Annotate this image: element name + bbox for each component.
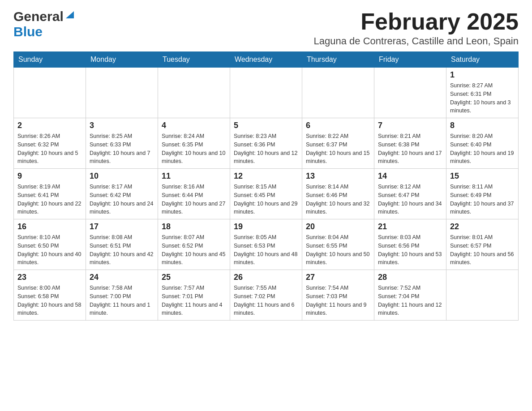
day-info: Sunrise: 8:05 AM Sunset: 6:53 PM Dayligh… xyxy=(234,233,298,267)
day-number: 1 xyxy=(450,70,515,80)
calendar-cell: 7Sunrise: 8:21 AM Sunset: 6:38 PM Daylig… xyxy=(374,118,446,169)
week-row-3: 9Sunrise: 8:19 AM Sunset: 6:41 PM Daylig… xyxy=(14,169,519,219)
col-friday: Friday xyxy=(374,52,446,68)
week-row-1: 1Sunrise: 8:27 AM Sunset: 6:31 PM Daylig… xyxy=(14,68,519,118)
calendar-cell: 27Sunrise: 7:54 AM Sunset: 7:03 PM Dayli… xyxy=(302,270,374,321)
logo-blue-text: Blue xyxy=(13,24,43,39)
day-number: 26 xyxy=(234,273,298,282)
day-info: Sunrise: 8:17 AM Sunset: 6:42 PM Dayligh… xyxy=(90,183,154,216)
day-number: 20 xyxy=(306,222,370,231)
calendar-cell: 24Sunrise: 7:58 AM Sunset: 7:00 PM Dayli… xyxy=(86,270,158,321)
calendar-cell: 16Sunrise: 8:10 AM Sunset: 6:50 PM Dayli… xyxy=(14,219,86,270)
day-number: 13 xyxy=(306,171,370,181)
calendar-cell: 1Sunrise: 8:27 AM Sunset: 6:31 PM Daylig… xyxy=(446,68,519,118)
col-sunday: Sunday xyxy=(14,52,86,68)
col-thursday: Thursday xyxy=(302,52,374,68)
day-number: 24 xyxy=(90,273,154,282)
day-info: Sunrise: 7:55 AM Sunset: 7:02 PM Dayligh… xyxy=(234,284,298,317)
calendar-cell: 21Sunrise: 8:03 AM Sunset: 6:56 PM Dayli… xyxy=(374,219,446,270)
calendar-cell: 6Sunrise: 8:22 AM Sunset: 6:37 PM Daylig… xyxy=(302,118,374,169)
day-number: 11 xyxy=(162,171,226,181)
calendar-cell: 15Sunrise: 8:11 AM Sunset: 6:49 PM Dayli… xyxy=(446,169,519,219)
calendar-cell: 20Sunrise: 8:04 AM Sunset: 6:55 PM Dayli… xyxy=(302,219,374,270)
logo-general-text: General xyxy=(13,9,64,24)
day-info: Sunrise: 8:10 AM Sunset: 6:50 PM Dayligh… xyxy=(17,233,82,267)
week-row-2: 2Sunrise: 8:26 AM Sunset: 6:32 PM Daylig… xyxy=(14,118,519,169)
day-number: 2 xyxy=(17,121,82,130)
day-number: 7 xyxy=(378,121,442,130)
day-number: 9 xyxy=(17,171,82,181)
day-number: 8 xyxy=(450,121,515,130)
svg-marker-0 xyxy=(66,11,74,18)
calendar-cell: 13Sunrise: 8:14 AM Sunset: 6:46 PM Dayli… xyxy=(302,169,374,219)
calendar-cell: 19Sunrise: 8:05 AM Sunset: 6:53 PM Dayli… xyxy=(230,219,302,270)
day-info: Sunrise: 8:21 AM Sunset: 6:38 PM Dayligh… xyxy=(378,132,442,166)
calendar-cell: 10Sunrise: 8:17 AM Sunset: 6:42 PM Dayli… xyxy=(86,169,158,219)
day-info: Sunrise: 8:25 AM Sunset: 6:33 PM Dayligh… xyxy=(90,132,154,166)
day-info: Sunrise: 8:19 AM Sunset: 6:41 PM Dayligh… xyxy=(17,183,82,216)
title-section: February 2025 Laguna de Contreras, Casti… xyxy=(314,9,519,47)
calendar-cell: 23Sunrise: 8:00 AM Sunset: 6:58 PM Dayli… xyxy=(14,270,86,321)
calendar-cell: 25Sunrise: 7:57 AM Sunset: 7:01 PM Dayli… xyxy=(158,270,230,321)
calendar-cell xyxy=(86,68,158,118)
page-header: General Blue February 2025 Laguna de Con… xyxy=(13,9,519,47)
day-info: Sunrise: 7:52 AM Sunset: 7:04 PM Dayligh… xyxy=(378,284,442,317)
calendar-table: Sunday Monday Tuesday Wednesday Thursday… xyxy=(13,51,519,321)
week-row-5: 23Sunrise: 8:00 AM Sunset: 6:58 PM Dayli… xyxy=(14,270,519,321)
col-wednesday: Wednesday xyxy=(230,52,302,68)
day-number: 19 xyxy=(234,222,298,231)
month-title: February 2025 xyxy=(314,9,519,34)
day-number: 10 xyxy=(90,171,154,181)
calendar-header-row: Sunday Monday Tuesday Wednesday Thursday… xyxy=(14,52,519,68)
day-number: 4 xyxy=(162,121,226,130)
day-number: 16 xyxy=(17,222,82,231)
day-number: 23 xyxy=(17,273,82,282)
day-info: Sunrise: 7:54 AM Sunset: 7:03 PM Dayligh… xyxy=(306,284,370,317)
day-number: 14 xyxy=(378,171,442,181)
day-number: 15 xyxy=(450,171,515,181)
calendar-cell xyxy=(14,68,86,118)
day-info: Sunrise: 8:03 AM Sunset: 6:56 PM Dayligh… xyxy=(378,233,442,267)
day-info: Sunrise: 8:00 AM Sunset: 6:58 PM Dayligh… xyxy=(17,284,82,317)
logo: General Blue xyxy=(13,9,75,39)
week-row-4: 16Sunrise: 8:10 AM Sunset: 6:50 PM Dayli… xyxy=(14,219,519,270)
day-info: Sunrise: 8:20 AM Sunset: 6:40 PM Dayligh… xyxy=(450,132,515,166)
calendar-cell xyxy=(302,68,374,118)
day-info: Sunrise: 8:24 AM Sunset: 6:35 PM Dayligh… xyxy=(162,132,226,166)
day-info: Sunrise: 8:23 AM Sunset: 6:36 PM Dayligh… xyxy=(234,132,298,166)
day-info: Sunrise: 8:04 AM Sunset: 6:55 PM Dayligh… xyxy=(306,233,370,267)
day-number: 6 xyxy=(306,121,370,130)
day-info: Sunrise: 8:15 AM Sunset: 6:45 PM Dayligh… xyxy=(234,183,298,216)
location-subtitle: Laguna de Contreras, Castille and Leon, … xyxy=(314,35,519,47)
calendar-cell: 12Sunrise: 8:15 AM Sunset: 6:45 PM Dayli… xyxy=(230,169,302,219)
day-info: Sunrise: 8:07 AM Sunset: 6:52 PM Dayligh… xyxy=(162,233,226,267)
day-number: 25 xyxy=(162,273,226,282)
calendar-cell: 18Sunrise: 8:07 AM Sunset: 6:52 PM Dayli… xyxy=(158,219,230,270)
day-number: 3 xyxy=(90,121,154,130)
calendar-cell xyxy=(230,68,302,118)
calendar-cell: 4Sunrise: 8:24 AM Sunset: 6:35 PM Daylig… xyxy=(158,118,230,169)
calendar-cell: 2Sunrise: 8:26 AM Sunset: 6:32 PM Daylig… xyxy=(14,118,86,169)
day-info: Sunrise: 8:11 AM Sunset: 6:49 PM Dayligh… xyxy=(450,183,515,216)
day-info: Sunrise: 8:08 AM Sunset: 6:51 PM Dayligh… xyxy=(90,233,154,267)
calendar-cell xyxy=(446,270,519,321)
col-saturday: Saturday xyxy=(446,52,519,68)
calendar-cell: 5Sunrise: 8:23 AM Sunset: 6:36 PM Daylig… xyxy=(230,118,302,169)
day-number: 27 xyxy=(306,273,370,282)
col-monday: Monday xyxy=(86,52,158,68)
day-info: Sunrise: 8:16 AM Sunset: 6:44 PM Dayligh… xyxy=(162,183,226,216)
day-info: Sunrise: 8:22 AM Sunset: 6:37 PM Dayligh… xyxy=(306,132,370,166)
calendar-cell: 3Sunrise: 8:25 AM Sunset: 6:33 PM Daylig… xyxy=(86,118,158,169)
calendar-cell: 17Sunrise: 8:08 AM Sunset: 6:51 PM Dayli… xyxy=(86,219,158,270)
day-info: Sunrise: 8:26 AM Sunset: 6:32 PM Dayligh… xyxy=(17,132,82,166)
calendar-cell: 8Sunrise: 8:20 AM Sunset: 6:40 PM Daylig… xyxy=(446,118,519,169)
calendar-cell: 28Sunrise: 7:52 AM Sunset: 7:04 PM Dayli… xyxy=(374,270,446,321)
calendar-cell: 26Sunrise: 7:55 AM Sunset: 7:02 PM Dayli… xyxy=(230,270,302,321)
day-number: 22 xyxy=(450,222,515,231)
calendar-cell: 14Sunrise: 8:12 AM Sunset: 6:47 PM Dayli… xyxy=(374,169,446,219)
day-info: Sunrise: 7:58 AM Sunset: 7:00 PM Dayligh… xyxy=(90,284,154,317)
day-number: 5 xyxy=(234,121,298,130)
day-info: Sunrise: 8:12 AM Sunset: 6:47 PM Dayligh… xyxy=(378,183,442,216)
logo-triangle-icon xyxy=(65,10,75,20)
calendar-cell xyxy=(374,68,446,118)
